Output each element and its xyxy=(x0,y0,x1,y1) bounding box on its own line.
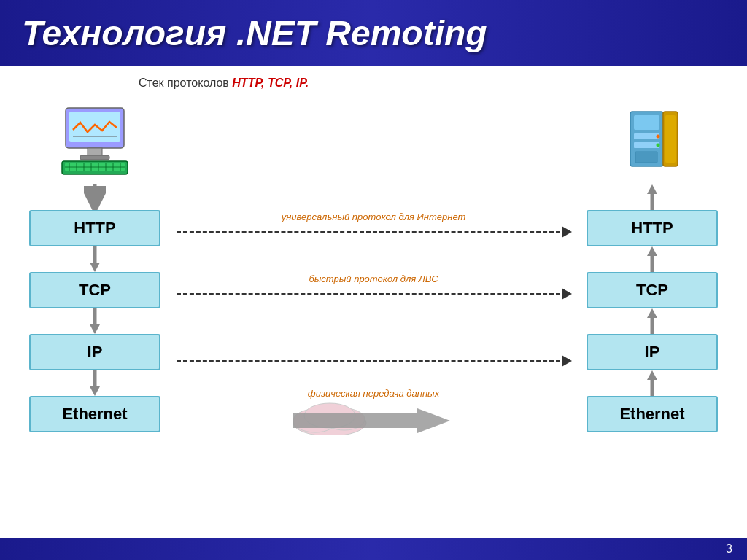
http-label: универсальный протокол для Интернет xyxy=(282,211,466,222)
content-area: Стек протоколов HTTP, TCP, IP. xyxy=(0,66,747,538)
http-middle-row: универсальный протокол для Интернет xyxy=(175,206,572,243)
svg-marker-44 xyxy=(647,370,657,380)
right-ip-box: IP xyxy=(587,334,718,370)
svg-point-33 xyxy=(657,135,660,139)
ip-dashed-line xyxy=(177,360,560,362)
ip-middle-row xyxy=(175,330,572,367)
arrow-up-2 xyxy=(641,246,663,272)
left-stack: HTTP TCP IP xyxy=(29,101,160,432)
cloud-arrow-container xyxy=(175,397,572,433)
svg-marker-23 xyxy=(90,386,100,396)
page-title: Технология .NET Remoting xyxy=(22,13,487,53)
diagram: HTTP TCP IP xyxy=(29,101,718,432)
svg-marker-17 xyxy=(90,201,100,210)
svg-point-34 xyxy=(657,144,660,147)
right-tcp-box: TCP xyxy=(587,272,718,308)
page-number: 3 xyxy=(726,542,732,556)
http-dashed-line xyxy=(177,231,560,233)
left-ip-box: IP xyxy=(29,334,160,370)
tcp-arrow-head xyxy=(562,288,572,300)
client-computer-icon xyxy=(55,101,135,181)
svg-marker-42 xyxy=(647,308,657,318)
subtitle: Стек протоколов HTTP, TCP, IP. xyxy=(139,77,718,90)
svg-rect-30 xyxy=(634,115,659,130)
subtitle-highlight: HTTP, TCP, IP. xyxy=(232,77,309,89)
right-http-box: HTTP xyxy=(587,210,718,246)
right-stack: HTTP TCP IP xyxy=(587,101,718,432)
arrow-down-1 xyxy=(84,184,106,210)
svg-marker-38 xyxy=(647,184,657,194)
svg-marker-40 xyxy=(647,246,657,256)
svg-rect-35 xyxy=(635,152,657,163)
left-ethernet-box: Ethernet xyxy=(29,396,160,432)
server-computer-icon xyxy=(616,101,689,181)
svg-rect-37 xyxy=(665,115,676,163)
svg-rect-3 xyxy=(88,148,102,155)
svg-marker-19 xyxy=(90,262,100,272)
svg-marker-21 xyxy=(90,324,100,334)
tcp-label: быстрый протокол для ЛВС xyxy=(309,273,438,284)
svg-rect-32 xyxy=(634,142,659,148)
left-tcp-box: TCP xyxy=(29,272,160,308)
svg-rect-31 xyxy=(634,133,659,139)
ip-dashed-arrow xyxy=(175,355,572,367)
arrow-down-4 xyxy=(84,370,106,396)
footer: 3 xyxy=(0,538,747,560)
middle-column: универсальный протокол для Интернет быст… xyxy=(175,101,572,429)
subtitle-prefix: Стек протоколов xyxy=(139,77,232,89)
svg-rect-4 xyxy=(80,155,109,160)
tcp-dashed-arrow xyxy=(175,288,572,300)
header: Технология .NET Remoting xyxy=(0,0,747,66)
slide: Технология .NET Remoting Стек протоколов… xyxy=(0,0,747,560)
arrow-up-3 xyxy=(641,308,663,334)
http-arrow-head xyxy=(562,226,572,238)
left-http-box: HTTP xyxy=(29,210,160,246)
tcp-dashed-line xyxy=(177,293,560,295)
ethernet-middle-row: физическая передача данных xyxy=(175,392,572,429)
arrow-down-3 xyxy=(84,308,106,334)
ip-arrow-head xyxy=(562,355,572,367)
arrow-up-4 xyxy=(641,370,663,396)
http-dashed-arrow xyxy=(175,226,572,238)
right-ethernet-box: Ethernet xyxy=(587,396,718,432)
arrow-down-2 xyxy=(84,246,106,272)
tcp-middle-row: быстрый протокол для ЛВС xyxy=(175,268,572,305)
cloud-arrow-svg xyxy=(271,395,476,435)
arrow-up-1 xyxy=(641,184,663,210)
